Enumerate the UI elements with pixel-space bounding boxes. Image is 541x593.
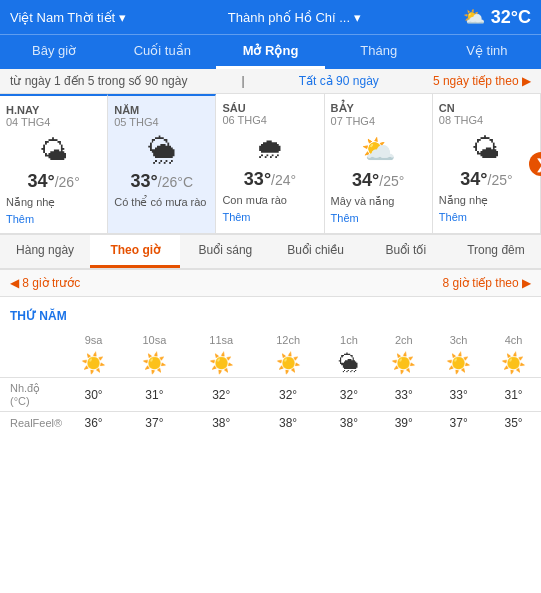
col-hour-5: 1ch [321,331,376,349]
hourly-section: THỨ NĂM 9sa 10sa 11sa 12ch 1ch 2ch 3ch 4… [0,297,541,442]
weather-icon-3: 🌧 [222,132,317,165]
tab-bay-gio[interactable]: Bây giờ [0,35,108,69]
more-link-4[interactable]: Thêm [331,212,426,224]
hourly-prev[interactable]: ◀ 8 giờ trước [10,276,80,290]
hourly-day-label: THỨ NĂM [0,305,541,331]
tab-ve-tinh[interactable]: Vệ tinh [433,35,541,69]
feel-row-label: RealFeel® [0,412,66,435]
daily-forecast: H.NAY 04 THG4 🌤 34°/26° Nắng nhẹ Thêm NĂ… [0,94,541,235]
current-temp: ⛅ 32°C [463,6,531,28]
feel-h2: 37° [121,412,188,435]
day-date-3: 06 THG4 [222,114,317,126]
col-hour-6: 2ch [376,331,431,349]
more-link-1[interactable]: Thêm [6,213,101,225]
feel-h4: 38° [255,412,322,435]
icon-7: ☀️ [431,349,486,378]
temp-h6: 33° [376,378,431,412]
weather-icon-1: 🌤 [6,134,101,167]
icon-row-label [0,349,66,378]
temp-hi-2: 33° [131,171,158,191]
period-tabs: Hàng ngày Theo giờ Buổi sáng Buổi chiều … [0,235,541,270]
date-range-text: từ ngày 1 đến 5 trong số 90 ngày [10,74,187,88]
main-nav: Bây giờ Cuối tuần Mở Rộng Tháng Vệ tinh [0,34,541,69]
tab-cuoi-tuan[interactable]: Cuối tuần [108,35,216,69]
day-card-3[interactable]: SÁU 06 THG4 🌧 33°/24° Con mưa rào Thêm [216,94,324,233]
hourly-table: 9sa 10sa 11sa 12ch 1ch 2ch 3ch 4ch ☀️ ☀️… [0,331,541,434]
day-date-1: 04 THG4 [6,116,101,128]
tab-buoi-toi[interactable]: Buổi tối [361,235,451,268]
day-card-2[interactable]: NĂM 05 THG4 🌦 33°/26°C Có thể có mưa rào [108,94,216,233]
temp-hi-5: 34° [460,169,487,189]
hourly-feel-row: RealFeel® 36° 37° 38° 38° 38° 39° 37° 35… [0,412,541,435]
temp-value: 32°C [491,7,531,28]
temp-2: 33°/26°C [114,171,209,192]
day-label-4: BẢY [331,102,426,115]
col-label-empty [0,331,66,349]
all-days-link[interactable]: Tất cả 90 ngày [299,74,379,88]
dropdown-arrow-location: ▾ [119,10,126,25]
city-label: Thành phố Hồ Chí ... [228,10,350,25]
temp-4: 34°/25° [331,170,426,191]
day-date-2: 05 THG4 [114,116,209,128]
day-label-3: SÁU [222,102,317,114]
weather-icon-header: ⛅ [463,6,485,28]
temp-hi-4: 34° [352,170,379,190]
tab-buoi-chieu[interactable]: Buổi chiều [271,235,361,268]
weather-icon-4: ⛅ [331,133,426,166]
tab-hang-ngay[interactable]: Hàng ngày [0,235,90,268]
next-days-link[interactable]: 5 ngày tiếp theo ▶ [433,74,531,88]
hourly-day-name: THỨ NĂM [10,309,67,323]
icon-4: ☀️ [255,349,322,378]
desc-3: Con mưa rào [222,194,317,207]
weather-icon-2: 🌦 [114,134,209,167]
temp-lo-4: /25° [379,173,404,189]
temp-hi-3: 33° [244,169,271,189]
temp-h3: 32° [188,378,255,412]
desc-4: Mây và nắng [331,195,426,208]
col-hour-8: 4ch [486,331,541,349]
tab-thang[interactable]: Tháng [325,35,433,69]
more-link-3[interactable]: Thêm [222,211,317,223]
city-selector[interactable]: Thành phố Hồ Chí ... ▾ [134,10,455,25]
feel-h3: 38° [188,412,255,435]
hourly-icon-row: ☀️ ☀️ ☀️ ☀️ 🌦 ☀️ ☀️ ☀️ [0,349,541,378]
tab-buoi-sang[interactable]: Buổi sáng [180,235,270,268]
temp-lo-3: /24° [271,172,296,188]
day-date-4: 07 THG4 [331,115,426,127]
desc-2: Có thể có mưa rào [114,196,209,209]
day-label-1: H.NAY [6,104,101,116]
temp-1: 34°/26° [6,171,101,192]
feel-h5: 38° [321,412,376,435]
col-hour-1: 9sa [66,331,121,349]
feel-h6: 39° [376,412,431,435]
temp-h2: 31° [121,378,188,412]
weather-icon-5: 🌤 [439,132,534,165]
temp-row-label: Nh.độ (°C) [0,378,66,412]
day-card-4[interactable]: BẢY 07 THG4 ⛅ 34°/25° Mây và nắng Thêm [325,94,433,233]
dropdown-arrow-city: ▾ [354,10,361,25]
location-selector[interactable]: Việt Nam Thời tiết ▾ [10,10,126,25]
icon-3: ☀️ [188,349,255,378]
day-card-5[interactable]: CN 08 THG4 🌤 34°/25° Nắng nhẹ Thêm [433,94,541,233]
day-card-1[interactable]: H.NAY 04 THG4 🌤 34°/26° Nắng nhẹ Thêm [0,94,108,233]
hourly-next[interactable]: 8 giờ tiếp theo ▶ [443,276,531,290]
hourly-temp-row: Nh.độ (°C) 30° 31° 32° 32° 32° 33° 33° 3… [0,378,541,412]
tab-theo-gio[interactable]: Theo giờ [90,235,180,268]
col-hour-2: 10sa [121,331,188,349]
more-link-5[interactable]: Thêm [439,211,534,223]
feel-h7: 37° [431,412,486,435]
tab-trong-dem[interactable]: Trong đêm [451,235,541,268]
tab-mo-rong[interactable]: Mở Rộng [216,35,324,69]
feel-h1: 36° [66,412,121,435]
temp-5: 34°/25° [439,169,534,190]
icon-8: ☀️ [486,349,541,378]
temp-lo-1: /26° [55,174,80,190]
temp-h5: 32° [321,378,376,412]
hourly-header-row: 9sa 10sa 11sa 12ch 1ch 2ch 3ch 4ch [0,331,541,349]
icon-6: ☀️ [376,349,431,378]
feel-h8: 35° [486,412,541,435]
temp-h4: 32° [255,378,322,412]
icon-1: ☀️ [66,349,121,378]
col-hour-4: 12ch [255,331,322,349]
day-date-5: 08 THG4 [439,114,534,126]
